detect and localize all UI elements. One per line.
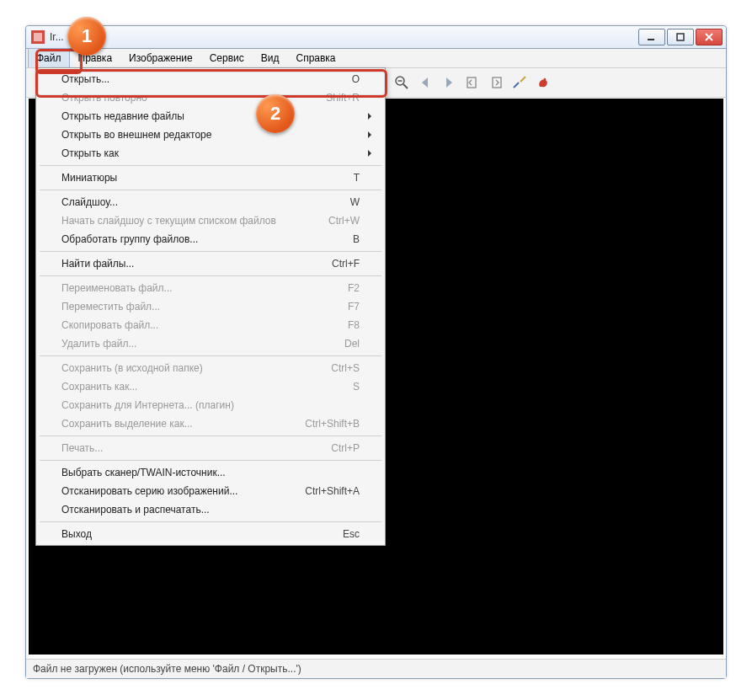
menu-item-label: Слайдшоу... xyxy=(61,196,350,208)
menu-item: Сохранить выделение как...Ctrl+Shift+B xyxy=(38,414,383,433)
menu-separator xyxy=(40,355,381,356)
menu-item: Сохранить (в исходной папке)Ctrl+S xyxy=(38,359,383,377)
menu-service[interactable]: Сервис xyxy=(201,49,253,67)
menu-item-shortcut: Shift+R xyxy=(326,92,360,104)
toolbar-settings-icon[interactable] xyxy=(509,72,530,93)
menu-item-label: Отсканировать и распечатать... xyxy=(61,504,360,516)
menu-item-label: Сохранить выделение как... xyxy=(61,418,305,430)
menu-item-label: Переименовать файл... xyxy=(61,282,348,294)
menu-item-label: Миниатюры xyxy=(61,172,354,184)
menu-item-label: Отсканировать серию изображений... xyxy=(61,485,305,497)
toolbar-prev-icon[interactable] xyxy=(415,72,435,93)
callout-2-number: 2 xyxy=(270,103,280,125)
menu-item-shortcut: F7 xyxy=(348,301,360,313)
menu-item-label: Печать... xyxy=(61,442,331,454)
toolbar-zoom-out-icon[interactable] xyxy=(392,72,412,93)
menu-item-label: Удалить файл... xyxy=(61,338,344,350)
menu-item-label: Переместить файл... xyxy=(61,301,348,313)
close-button[interactable] xyxy=(696,29,723,45)
callout-1-number: 1 xyxy=(82,25,92,47)
menu-item[interactable]: Слайдшоу...W xyxy=(38,193,383,211)
menu-item: Переименовать файл...F2 xyxy=(38,279,383,297)
menu-item-shortcut: Esc xyxy=(343,528,360,540)
menu-item-shortcut: Ctrl+F xyxy=(332,258,360,270)
menu-separator xyxy=(40,460,381,461)
menu-item-shortcut: O xyxy=(352,73,360,85)
menu-item-label: Открыть как xyxy=(61,147,360,159)
status-text: Файл не загружен (используйте меню 'Файл… xyxy=(33,663,301,675)
menu-separator xyxy=(40,275,381,276)
menu-separator xyxy=(40,435,381,436)
menu-item[interactable]: Отсканировать и распечатать... xyxy=(38,500,383,519)
menu-item-label: Обработать группу файлов... xyxy=(61,233,353,245)
menu-item-shortcut: Ctrl+Shift+B xyxy=(305,418,360,430)
menu-item-label: Открыть недавние файлы xyxy=(61,110,360,122)
svg-rect-2 xyxy=(648,39,654,40)
menu-item-shortcut: B xyxy=(353,233,360,245)
menu-item-label: Открыть... xyxy=(61,73,352,85)
menu-item[interactable]: МиниатюрыT xyxy=(38,168,383,187)
menu-item[interactable]: Открыть недавние файлы xyxy=(38,107,383,126)
svg-rect-3 xyxy=(677,34,684,40)
menu-item: Сохранить для Интернета... (плагин) xyxy=(38,396,383,414)
menu-item[interactable]: Отсканировать серию изображений...Ctrl+S… xyxy=(38,482,383,500)
menu-item-label: Начать слайдшоу с текущим списком файлов xyxy=(61,215,328,227)
menu-view[interactable]: Вид xyxy=(253,49,288,67)
menu-item[interactable]: Найти файлы...Ctrl+F xyxy=(38,254,383,273)
menu-item-shortcut: S xyxy=(353,381,360,393)
menu-item: Открыть повторноShift+R xyxy=(38,88,383,107)
menu-item: Удалить файл...Del xyxy=(38,334,383,353)
menu-item-label: Сохранить (в исходной папке) xyxy=(61,362,331,374)
menu-separator xyxy=(40,190,381,190)
menu-item-label: Выбрать сканер/TWAIN-источник... xyxy=(61,467,360,478)
menu-item-shortcut: Ctrl+P xyxy=(331,442,360,454)
toolbar-move-next-icon[interactable] xyxy=(486,72,506,93)
menu-item[interactable]: ВыходEsc xyxy=(38,525,383,543)
svg-rect-8 xyxy=(493,77,501,88)
svg-rect-1 xyxy=(34,33,42,41)
menu-item-label: Сохранить как... xyxy=(61,381,353,393)
menu-item-label: Найти файлы... xyxy=(61,258,332,270)
menu-separator xyxy=(40,521,381,522)
window-controls xyxy=(637,29,723,45)
menu-item-shortcut: T xyxy=(354,172,360,184)
toolbar-next-icon[interactable] xyxy=(439,72,459,93)
menu-item: Начать слайдшоу с текущим списком файлов… xyxy=(38,211,383,230)
callout-2: 2 xyxy=(256,94,295,133)
menu-item: Сохранить как...S xyxy=(38,377,383,396)
menu-separator xyxy=(40,165,381,166)
menu-item-shortcut: F8 xyxy=(348,319,360,331)
menu-image[interactable]: Изображение xyxy=(120,49,201,67)
menu-item-shortcut: Ctrl+Shift+A xyxy=(305,485,360,497)
callout-1: 1 xyxy=(67,17,106,56)
svg-line-5 xyxy=(403,84,408,88)
menu-help[interactable]: Справка xyxy=(287,49,344,67)
app-title: Ir... xyxy=(50,31,637,43)
app-icon xyxy=(31,30,45,44)
toolbar-about-icon[interactable] xyxy=(533,72,553,93)
menu-item-label: Выход xyxy=(61,528,343,540)
titlebar: Ir... xyxy=(26,26,726,49)
menu-item-shortcut: F2 xyxy=(348,282,360,294)
minimize-button[interactable] xyxy=(638,29,665,45)
menu-item[interactable]: Открыть как xyxy=(38,144,383,163)
statusbar: Файл не загружен (используйте меню 'Файл… xyxy=(26,659,726,678)
menu-item-shortcut: Del xyxy=(344,338,360,350)
menu-item[interactable]: Выбрать сканер/TWAIN-источник... xyxy=(38,463,383,482)
menu-item[interactable]: Обработать группу файлов...B xyxy=(38,230,383,248)
menu-item-label: Сохранить для Интернета... (плагин) xyxy=(61,399,360,411)
svg-point-9 xyxy=(544,78,547,81)
menu-item: Скопировать файл...F8 xyxy=(38,316,383,334)
menu-item[interactable]: Открыть во внешнем редакторе xyxy=(38,126,383,144)
menu-item-shortcut: Ctrl+S xyxy=(331,362,360,374)
menu-item-shortcut: W xyxy=(350,196,360,208)
menu-item[interactable]: Открыть...O xyxy=(38,70,383,88)
toolbar-move-prev-icon[interactable] xyxy=(462,72,483,93)
menu-item: Переместить файл...F7 xyxy=(38,297,383,316)
menu-file[interactable]: Файл xyxy=(28,48,70,67)
maximize-button[interactable] xyxy=(667,29,694,45)
menubar: Файл Правка Изображение Сервис Вид Справ… xyxy=(26,49,726,68)
menu-item: Печать...Ctrl+P xyxy=(38,439,383,457)
file-menu-dropdown: Открыть...OОткрыть повторноShift+RОткрыт… xyxy=(35,67,386,546)
menu-item-label: Открыть во внешнем редакторе xyxy=(61,129,360,141)
